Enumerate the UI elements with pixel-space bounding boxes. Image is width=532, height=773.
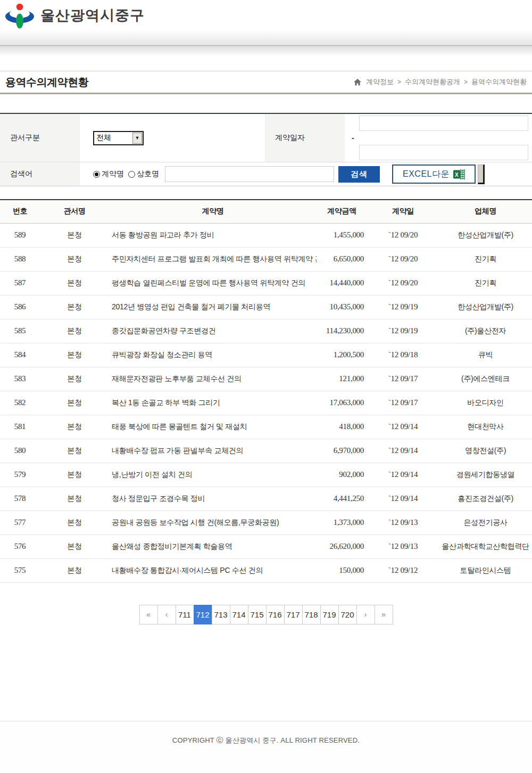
breadcrumb-item-current[interactable]: 용역수의계약현황 xyxy=(471,77,527,87)
cell-date: `12 09/13 xyxy=(367,511,439,534)
cell-date: `12 09/14 xyxy=(367,487,439,511)
breadcrumb-separator: > xyxy=(464,78,468,86)
column-header-contract-title: 계약명 xyxy=(109,200,317,223)
cell-office: 본청 xyxy=(40,463,109,487)
page-next-button[interactable]: › xyxy=(356,605,375,624)
cell-number: 582 xyxy=(0,391,40,415)
contracts-table: 번호 관서명 계약명 계약금액 계약일 업체명 589본청서동 황방공원 파고라… xyxy=(0,199,532,583)
cell-contract-title: 2012년 병영성 편입 건축물 철거 폐기물 처리용역 xyxy=(109,295,317,319)
page-prev-button[interactable]: ‹ xyxy=(157,605,176,624)
cell-amount: 6,970,000 xyxy=(317,439,367,463)
column-header-company: 업체명 xyxy=(439,200,532,223)
breadcrumb-item-disclosure[interactable]: 수의계약현황공개 xyxy=(405,77,460,87)
office-select-value: 전체 xyxy=(94,133,132,143)
breadcrumb-item-contract-info[interactable]: 계약정보 xyxy=(366,77,394,87)
table-row: 575본청내황배수장 통합감시·제어시스템 PC 수선 건의150,000`12… xyxy=(0,558,532,582)
cell-amount: 4,441,250 xyxy=(317,487,367,511)
page-number-button-714[interactable]: 714 xyxy=(230,605,248,624)
cell-date: `12 09/17 xyxy=(367,391,439,415)
page-number-button-711[interactable]: 711 xyxy=(176,605,194,624)
excel-download-label: EXCEL다운 xyxy=(403,169,450,180)
cell-date: `12 09/18 xyxy=(367,343,439,367)
page-number-button-717[interactable]: 717 xyxy=(284,605,303,624)
cell-office: 본청 xyxy=(40,223,109,247)
cell-number: 584 xyxy=(0,343,40,367)
page-number-button-712[interactable]: 712 xyxy=(194,605,212,624)
contract-date-label: 계약일자 xyxy=(265,114,345,162)
cell-company: 한성산업개발(주) xyxy=(439,295,532,319)
excel-download-button[interactable]: EXCEL다운 X xyxy=(392,165,476,184)
table-row: 577본청공원내 공원등 보수작업 시행 건(해오름,무궁화공원)1,373,0… xyxy=(0,511,532,534)
cell-amount: 114,230,000 xyxy=(317,319,367,343)
site-name: 울산광역시중구 xyxy=(40,6,145,25)
page-number-button-720[interactable]: 720 xyxy=(338,605,357,624)
cell-date: `12 09/20 xyxy=(367,271,439,295)
header-divider-gradient xyxy=(0,30,532,45)
table-row: 583본청재해문자전광판 노후부품 교체수선 건의121,000`12 09/1… xyxy=(0,367,532,391)
cell-office: 본청 xyxy=(40,415,109,439)
column-header-date: 계약일 xyxy=(367,200,439,223)
column-header-amount: 계약금액 xyxy=(317,200,367,223)
page-number-button-718[interactable]: 718 xyxy=(302,605,321,624)
cell-office: 본청 xyxy=(40,511,109,534)
cell-date: `12 09/20 xyxy=(367,247,439,271)
site-logo[interactable]: 울산광역시중구 xyxy=(4,2,145,29)
excel-icon: X xyxy=(453,169,465,179)
site-header: 울산광역시중구 xyxy=(0,0,532,30)
page-number-button-713[interactable]: 713 xyxy=(212,605,230,624)
cell-office: 본청 xyxy=(40,391,109,415)
cell-date: `12 09/20 xyxy=(367,223,439,247)
cell-date: `12 09/13 xyxy=(367,534,439,558)
cell-number: 580 xyxy=(0,439,40,463)
radio-contract-name-label[interactable]: 계약명 xyxy=(102,169,124,179)
cell-number: 578 xyxy=(0,487,40,511)
cell-contract-title: 서동 황방공원 파고라 추가 정비 xyxy=(109,223,317,247)
date-from-input[interactable] xyxy=(359,116,528,131)
cell-amount: 1,455,000 xyxy=(317,223,367,247)
cell-amount: 1,200,500 xyxy=(317,343,367,367)
page-last-button[interactable]: » xyxy=(375,605,393,624)
cell-contract-title: 재해문자전광판 노후부품 교체수선 건의 xyxy=(109,367,317,391)
cell-number: 588 xyxy=(0,247,40,271)
cell-amount: 14,440,000 xyxy=(317,271,367,295)
cell-contract-title: 공원내 공원등 보수작업 시행 건(해오름,무궁화공원) xyxy=(109,511,317,534)
page-number-button-719[interactable]: 719 xyxy=(320,605,339,624)
search-button[interactable]: 검색 xyxy=(338,166,380,183)
cell-company: 바오디자인 xyxy=(439,391,532,415)
cell-contract-title: 울산왜성 종합정비기본계획 학술용역 xyxy=(109,534,317,558)
radio-contract-name[interactable] xyxy=(93,171,100,178)
radio-company-name-label[interactable]: 상호명 xyxy=(137,169,159,179)
cell-amount: 902,000 xyxy=(317,463,367,487)
page-first-button[interactable]: « xyxy=(139,605,158,624)
date-range-separator: - xyxy=(352,134,354,142)
page-number-button-716[interactable]: 716 xyxy=(266,605,285,624)
office-filter-label: 관서구분 xyxy=(0,114,80,162)
page-number-button-715[interactable]: 715 xyxy=(248,605,267,624)
copyright-text: COPYRIGHT ⓒ 울산광역시 중구. ALL RIGHT RESERVED… xyxy=(0,736,532,745)
cell-amount: 10,435,000 xyxy=(317,295,367,319)
select-dropdown-arrow-icon[interactable]: ▼ xyxy=(132,133,142,144)
cell-date: `12 09/14 xyxy=(367,415,439,439)
cell-amount: 17,063,000 xyxy=(317,391,367,415)
cell-company: 현대천막사 xyxy=(439,415,532,439)
footer: COPYRIGHT ⓒ 울산광역시 중구. ALL RIGHT RESERVED… xyxy=(0,721,532,773)
radio-company-name[interactable] xyxy=(128,171,135,178)
date-to-input[interactable] xyxy=(359,145,528,160)
cell-office: 본청 xyxy=(40,367,109,391)
cell-company: 흥진조경건설(주) xyxy=(439,487,532,511)
office-select[interactable]: 전체 ▼ xyxy=(93,131,144,145)
home-icon[interactable] xyxy=(354,79,361,86)
cell-number: 579 xyxy=(0,463,40,487)
svg-text:X: X xyxy=(455,171,459,177)
table-row: 581본청태풍 북상에 따른 몽골텐트 철거 및 재설치418,000`12 0… xyxy=(0,415,532,439)
cell-amount: 150,000 xyxy=(317,558,367,582)
breadcrumb: 계약정보 > 수의계약현황공개 > 용역수의계약현황 xyxy=(354,77,527,87)
cell-company: 울산과학대학교산학협력단 xyxy=(439,534,532,558)
title-bar: 용역수의계약현황 계약정보 > 수의계약현황공개 > 용역수의계약현황 xyxy=(0,71,532,94)
cell-company: 은성전기공사 xyxy=(439,511,532,534)
keyword-type-radio-group: 계약명 상호명 xyxy=(93,169,163,179)
table-row: 582본청복산 1동 손골교 하부 벽화 그리기17,063,000`12 09… xyxy=(0,391,532,415)
cell-company: 경원세기합동냉열 xyxy=(439,463,532,487)
cell-amount: 121,000 xyxy=(317,367,367,391)
keyword-input[interactable] xyxy=(165,166,334,182)
